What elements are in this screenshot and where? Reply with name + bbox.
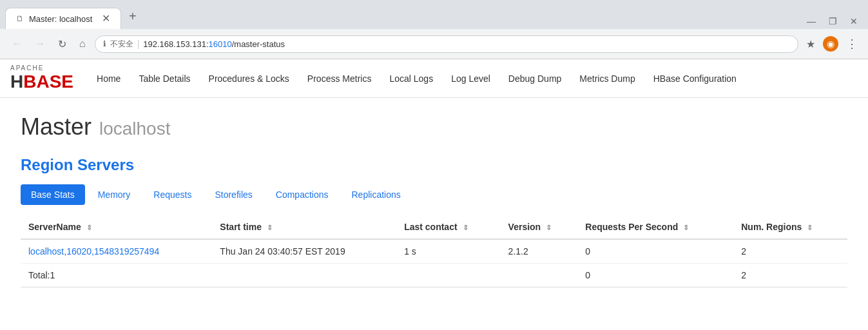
col-requests-per-second[interactable]: Requests Per Second ⇕ — [577, 215, 733, 239]
new-tab-button[interactable]: + — [121, 4, 144, 29]
nav-links: Home Table Details Procedures & Locks Pr… — [89, 68, 744, 89]
col-last-contact[interactable]: Last contact ⇕ — [396, 215, 500, 239]
col-server-name[interactable]: ServerName ⇕ — [21, 215, 212, 239]
nav-process-metrics[interactable]: Process Metrics — [300, 68, 380, 89]
col-num-regions[interactable]: Num. Regions ⇕ — [733, 215, 847, 239]
browser-chrome: 🗋 Master: localhost ✕ + — ❐ ✕ ← → ↻ ⌂ ℹ … — [0, 0, 868, 59]
cell-version: 2.1.2 — [501, 239, 578, 264]
main-content: Master localhost Region Servers Base Sta… — [0, 98, 868, 303]
hbase-logo: APACHE HBASE — [10, 64, 73, 92]
profile-button[interactable]: ◉ — [823, 36, 838, 52]
page-title-section: Master localhost — [21, 113, 847, 141]
total-version — [501, 264, 578, 287]
cell-start-time: Thu Jan 24 03:40:57 EST 2019 — [212, 239, 396, 264]
hbase-navbar: APACHE HBASE Home Table Details Procedur… — [0, 59, 868, 98]
total-requests: 0 — [577, 264, 733, 287]
sort-requests-icon: ⇕ — [683, 224, 689, 231]
window-controls: — ❐ ✕ — [802, 14, 863, 29]
cell-last-contact: 1 s — [396, 239, 500, 264]
back-button[interactable]: ← — [8, 35, 26, 52]
security-icon: ℹ — [103, 39, 106, 48]
table-row: localhost,16020,1548319257494 Thu Jan 24… — [21, 239, 847, 264]
nav-table-details[interactable]: Table Details — [131, 68, 198, 89]
server-name-link[interactable]: localhost,16020,1548319257494 — [28, 246, 159, 257]
address-bar[interactable]: ℹ 不安全 | 192.168.153.131:16010/master-sta… — [95, 35, 798, 53]
nav-log-level[interactable]: Log Level — [443, 68, 498, 89]
cell-requests-per-second: 0 — [577, 239, 733, 264]
nav-home[interactable]: Home — [89, 68, 128, 89]
tab-memory[interactable]: Memory — [88, 184, 141, 205]
browser-toolbar: ← → ↻ ⌂ ℹ 不安全 | 192.168.153.131:16010/ma… — [0, 29, 868, 59]
total-label: Total:1 — [21, 264, 212, 287]
tab-base-stats[interactable]: Base Stats — [21, 184, 85, 205]
region-servers-table: ServerName ⇕ Start time ⇕ Last contact ⇕… — [21, 215, 847, 287]
page-title: Master — [21, 113, 92, 140]
region-servers-section: Region Servers Base Stats Memory Request… — [21, 156, 847, 287]
nav-local-logs[interactable]: Local Logs — [381, 68, 441, 89]
url-text: 192.168.153.131:16010/master-status — [143, 39, 790, 49]
tab-page-icon: 🗋 — [16, 14, 24, 23]
home-button[interactable]: ⌂ — [75, 35, 90, 52]
cell-server-name: localhost,16020,1548319257494 — [21, 239, 212, 264]
total-row: Total:1 0 2 — [21, 264, 847, 287]
region-servers-title: Region Servers — [21, 156, 847, 174]
bookmark-button[interactable]: ★ — [804, 35, 818, 53]
total-last-contact — [396, 264, 500, 287]
col-start-time[interactable]: Start time ⇕ — [212, 215, 396, 239]
sort-start-time-icon: ⇕ — [267, 224, 273, 231]
page-hostname: localhost — [99, 119, 171, 139]
browser-tab-active[interactable]: 🗋 Master: localhost ✕ — [5, 8, 121, 29]
maximize-button[interactable]: ❐ — [824, 14, 842, 29]
minimize-button[interactable]: — — [802, 14, 821, 29]
tab-title-text: Master: localhost — [29, 14, 97, 24]
reload-button[interactable]: ↻ — [54, 35, 70, 53]
tab-requests[interactable]: Requests — [143, 184, 202, 205]
tab-close-button[interactable]: ✕ — [102, 14, 110, 24]
browser-menu-button[interactable]: ⋮ — [844, 34, 860, 53]
logo-apache-text: APACHE — [10, 64, 73, 72]
cell-num-regions: 2 — [733, 239, 847, 264]
forward-button[interactable]: → — [31, 35, 49, 52]
col-version[interactable]: Version ⇕ — [501, 215, 578, 239]
nav-debug-dump[interactable]: Debug Dump — [501, 68, 570, 89]
security-text: 不安全 — [110, 39, 133, 50]
tab-bar: Base Stats Memory Requests Storefiles Co… — [21, 184, 847, 205]
sort-server-name-icon: ⇕ — [86, 224, 92, 231]
profile-avatar: ◉ — [823, 36, 838, 52]
nav-metrics-dump[interactable]: Metrics Dump — [572, 68, 642, 89]
close-button[interactable]: ✕ — [845, 14, 863, 29]
total-start-time — [212, 264, 396, 287]
nav-hbase-config[interactable]: HBase Configuration — [646, 68, 744, 89]
table-header: ServerName ⇕ Start time ⇕ Last contact ⇕… — [21, 215, 847, 239]
tab-replications[interactable]: Replications — [341, 184, 410, 205]
sort-version-icon: ⇕ — [546, 224, 552, 231]
table-body: localhost,16020,1548319257494 Thu Jan 24… — [21, 239, 847, 287]
total-num-regions: 2 — [733, 264, 847, 287]
nav-procedures-locks[interactable]: Procedures & Locks — [201, 68, 297, 89]
logo-h: H — [10, 72, 23, 92]
tab-compactions[interactable]: Compactions — [265, 184, 339, 205]
logo-base: BASE — [23, 72, 73, 92]
tab-storefiles[interactable]: Storefiles — [204, 184, 262, 205]
sort-last-contact-icon: ⇕ — [463, 224, 468, 231]
sort-num-regions-icon: ⇕ — [807, 224, 813, 231]
